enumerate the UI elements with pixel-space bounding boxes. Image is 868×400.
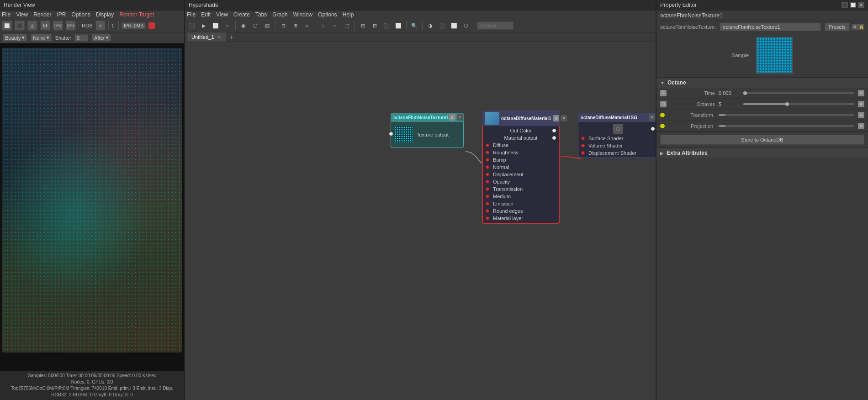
render-dots-overlay — [2, 48, 182, 353]
port-bump-label: Bump — [493, 157, 506, 163]
hs-btn-18[interactable]: ◑ — [425, 21, 435, 31]
rv-stop-btn[interactable] — [148, 22, 155, 29]
hs-btn-10[interactable]: ≡ — [302, 21, 312, 31]
node-graph-canvas[interactable]: octaneFbmNoiseTexture1 $ ≡ Textur — [185, 42, 656, 400]
hs-menu-window[interactable]: Window — [293, 11, 313, 18]
property-octaves-thumb[interactable] — [785, 102, 789, 106]
render-view-controls: Beauty ▾ None ▾ Shutter: 0 After ▾ — [0, 32, 184, 43]
rv-after-dropdown[interactable]: After ▾ — [92, 34, 111, 42]
hs-menu-tabs[interactable]: Tabs — [255, 11, 267, 18]
rv-menu-view[interactable]: View — [16, 11, 28, 18]
port-left-empty — [486, 129, 489, 132]
render-view-title: Render View — [4, 2, 35, 8]
hs-btn-zoom[interactable]: 🔍 — [409, 21, 419, 31]
rv-btn-2[interactable]: ⬛ — [15, 21, 25, 31]
property-lock-icon[interactable]: 🔒 — [858, 24, 864, 30]
hs-btn-12[interactable]: ↔ — [330, 21, 340, 31]
property-octaves-slider[interactable] — [743, 103, 854, 105]
property-time-value[interactable]: 0.000 — [719, 90, 741, 96]
property-presets-btn[interactable]: Presets — [825, 23, 850, 31]
property-octaves-value[interactable]: 5 — [719, 101, 741, 107]
section-title-octane: Octane — [667, 79, 686, 86]
property-node-name-field[interactable]: octaneFbmNoiseTexture1 — [720, 23, 820, 31]
hs-menu-edit[interactable]: Edit — [201, 11, 211, 18]
rv-btn-5[interactable]: IPR — [53, 21, 63, 31]
rv-btn-1[interactable]: ⬜ — [2, 21, 12, 31]
property-section-octane-header[interactable]: ▼ Octane — [656, 78, 868, 88]
rv-btn-4[interactable]: 🎞 — [40, 21, 50, 31]
hs-btn-3[interactable]: ⬜ — [211, 21, 221, 31]
hs-btn-11[interactable]: ↕ — [318, 21, 328, 31]
property-copy-icon[interactable]: ⧉ — [852, 24, 858, 30]
hs-btn-19[interactable]: ⬛ — [437, 21, 447, 31]
sg-port-row-displace: Displacement Shader — [578, 149, 656, 157]
hs-btn-4[interactable]: ↔ — [222, 21, 233, 31]
property-sample-row: Sample — [656, 33, 868, 78]
hs-menu-graph[interactable]: Graph — [272, 11, 287, 18]
rv-btn-6[interactable]: ≡ — [95, 21, 106, 31]
hs-btn-17[interactable]: ⬜ — [393, 21, 403, 31]
rv-menu-file[interactable]: File — [2, 11, 11, 18]
hs-menu-create[interactable]: Create — [233, 11, 250, 18]
port-bump — [486, 158, 489, 162]
hs-btn-5[interactable]: ◉ — [238, 21, 249, 31]
hs-btn-9[interactable]: ⊞ — [290, 21, 300, 31]
render-stats: Samples: 500/500 Time: 00:00:06/00:00:06… — [3, 373, 181, 398]
extra-attrs-header[interactable]: ▶ Extra Attributes — [656, 147, 868, 158]
node-fbm[interactable]: octaneFbmNoiseTexture1 $ ≡ Textur — [391, 113, 464, 148]
hs-menu-options[interactable]: Options — [318, 11, 337, 18]
octaves-expand-icon[interactable]: ⧉ — [858, 101, 864, 107]
rv-shutter-input[interactable]: 0 — [74, 34, 88, 42]
hypershade-title: Hypershade — [189, 2, 218, 8]
property-transform-slider[interactable] — [719, 114, 854, 116]
node-sg[interactable]: octaneDiffuseMaterial1SG ≡ ⬡ — [578, 113, 656, 158]
rv-menu-options[interactable]: Options — [72, 11, 90, 18]
port-matout — [552, 136, 556, 140]
time-edit-icon[interactable]: ✎ — [660, 90, 667, 96]
node-diffuse-body: Out Color Material output Diffuse — [482, 126, 560, 224]
transform-expand-icon[interactable]: ⧉ — [858, 112, 864, 118]
hs-menu-file[interactable]: File — [187, 11, 196, 18]
hs-btn-8[interactable]: ⊟ — [278, 21, 288, 31]
rv-menu-display[interactable]: Display — [96, 11, 114, 18]
tab-add-btn[interactable]: + — [226, 32, 237, 42]
octaves-edit-icon[interactable]: ⊟ — [660, 101, 667, 107]
hs-btn-20[interactable]: ⬜ — [449, 21, 459, 31]
search-input[interactable] — [477, 21, 513, 30]
hs-menu-view[interactable]: View — [216, 11, 228, 18]
port-row-bump: Bump — [483, 156, 559, 163]
property-time-thumb[interactable] — [743, 91, 747, 95]
port-row-emission: Emission — [483, 200, 559, 207]
sg-port-row-volume: Volume Shader — [578, 142, 656, 149]
hs-menu-help[interactable]: Help — [343, 11, 354, 18]
hs-btn-7[interactable]: ▤ — [262, 21, 272, 31]
prop-title-icon-close[interactable]: ✕ — [858, 2, 864, 8]
projection-expand-icon[interactable]: ⧉ — [858, 123, 864, 129]
tab-close-btn[interactable]: ✕ — [217, 35, 221, 40]
render-canvas-bg — [0, 43, 184, 371]
rv-menu-render-target[interactable]: Render Target — [119, 11, 154, 18]
hs-btn-14[interactable]: ⊟ — [358, 21, 368, 31]
node-diffuse[interactable]: octaneDiffuseMaterial1 $ ≡ Out Color — [482, 111, 560, 224]
rv-none-dropdown[interactable]: None ▾ — [31, 34, 51, 42]
rv-menu-ipr[interactable]: IPR — [57, 11, 66, 18]
hs-sep-2 — [275, 21, 275, 30]
time-expand-icon[interactable]: ⧉ — [858, 90, 864, 96]
rv-btn-camera[interactable]: ◎ — [27, 21, 37, 31]
prop-title-icon-1[interactable]: ⬛ — [842, 2, 848, 8]
hs-btn-transform[interactable]: ⬛ — [187, 21, 197, 31]
tab-untitled1[interactable]: Untitled_1 ✕ — [187, 32, 226, 42]
hs-btn-21[interactable]: ⬡ — [461, 21, 471, 31]
rv-btn-ipr2[interactable]: IPR — [66, 21, 76, 31]
hs-btn-6[interactable]: ⬡ — [250, 21, 260, 31]
hs-btn-15[interactable]: ⊞ — [370, 21, 380, 31]
rv-beauty-dropdown[interactable]: Beauty ▾ — [3, 34, 27, 42]
hs-btn-13[interactable]: ⬚ — [342, 21, 352, 31]
property-time-slider[interactable] — [743, 92, 854, 94]
hs-btn-16[interactable]: ⬛ — [381, 21, 392, 31]
rv-menu-render[interactable]: Render — [33, 11, 51, 18]
property-projection-slider[interactable] — [719, 125, 854, 127]
prop-title-icon-2[interactable]: ⬜ — [850, 2, 856, 8]
store-btn[interactable]: Store to OctaneDB — [660, 135, 864, 145]
hs-btn-2[interactable]: ▶ — [199, 21, 209, 31]
